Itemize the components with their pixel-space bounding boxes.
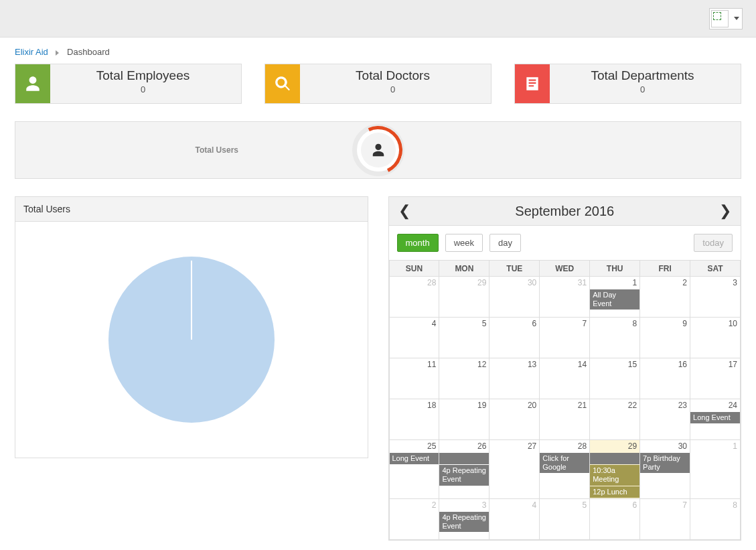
calendar-next[interactable]: ❯ (716, 202, 734, 220)
calendar-cell[interactable]: 24Long Event (690, 399, 741, 440)
calendar-title: September 2016 (515, 204, 614, 219)
calendar-cell[interactable]: 28 (389, 277, 439, 318)
calendar-cell[interactable]: 8 (690, 498, 741, 539)
pie-chart (108, 257, 275, 423)
calendar-cell[interactable]: 16 (640, 358, 690, 399)
chevron-down-icon (734, 17, 739, 20)
document-icon (515, 64, 550, 103)
user-icon (15, 64, 50, 103)
stat-title: Total Employees (50, 68, 236, 83)
calendar-day-number: 2 (640, 277, 690, 289)
stat-title: Total Doctors (300, 68, 485, 83)
calendar-cell[interactable]: 31 (540, 277, 590, 318)
calendar-cell[interactable]: 29 10:30a Meeting12p Lunch (590, 440, 640, 499)
calendar-cell[interactable]: 17 (690, 358, 741, 399)
calendar-cell[interactable]: 23 (640, 399, 690, 440)
calendar-view-month[interactable]: month (397, 234, 439, 252)
calendar-day-number: 5 (439, 318, 489, 330)
calendar-cell[interactable]: 7 (540, 318, 590, 358)
calendar-day-number: 26 (439, 440, 489, 452)
calendar-cell[interactable]: 19 (439, 399, 489, 440)
calendar-event[interactable]: 4p Repeating Event (439, 512, 489, 532)
calendar-cell[interactable]: 26 4p Repeating Event (439, 440, 489, 499)
calendar-event[interactable]: Long Event (390, 453, 439, 464)
calendar-cell[interactable]: 11 (389, 358, 439, 399)
calendar-day-header: TUE (489, 261, 540, 277)
calendar-day-number: 8 (690, 499, 740, 511)
topbar (0, 0, 756, 38)
calendar-view-day[interactable]: day (489, 234, 521, 252)
calendar-cell[interactable]: 14 (540, 358, 590, 399)
calendar-cell[interactable]: 6 (590, 498, 640, 539)
calendar-cell[interactable]: 30 (489, 277, 540, 318)
calendar-day-number: 18 (390, 399, 439, 411)
calendar-cell[interactable]: 18 (389, 399, 439, 440)
calendar-event[interactable]: All Day Event (590, 289, 639, 310)
calendar-cell[interactable]: 8 (590, 318, 640, 358)
calendar-cell[interactable]: 1All Day Event (590, 277, 640, 318)
stat-value: 0 (550, 84, 735, 94)
stat-departments[interactable]: Total Departments 0 (514, 64, 741, 104)
calendar-cell[interactable]: 28Click for Google (540, 440, 590, 499)
calendar-event[interactable]: 12p Lunch (590, 486, 639, 498)
calendar-event[interactable]: 4p Repeating Event (439, 465, 489, 485)
stat-doctors[interactable]: Total Doctors 0 (264, 64, 492, 104)
calendar-cell[interactable]: 3 (690, 277, 741, 318)
calendar-cell[interactable]: 1 (690, 440, 741, 499)
calendar-cell[interactable]: 2 (389, 498, 439, 539)
calendar-event[interactable] (439, 453, 489, 464)
calendar-day-number: 9 (640, 318, 690, 330)
broken-image-icon (713, 12, 721, 20)
calendar-cell[interactable]: 9 (640, 318, 690, 358)
calendar-day-number: 29 (439, 277, 489, 289)
calendar-day-number: 10 (690, 318, 740, 330)
calendar-day-number: 7 (540, 318, 589, 330)
calendar-cell[interactable]: 29 (439, 277, 489, 318)
calendar-cell[interactable]: 4 (489, 498, 540, 539)
calendar-event[interactable]: Click for Google (540, 453, 589, 473)
calendar-cell[interactable]: 20 (489, 399, 540, 440)
calendar-day-number: 29 (590, 440, 639, 452)
calendar-cell[interactable]: 2 (640, 277, 690, 318)
calendar-cell[interactable]: 4 (389, 318, 439, 358)
calendar-day-number: 13 (489, 358, 539, 370)
calendar-day-header: FRI (640, 261, 690, 277)
calendar-view-week[interactable]: week (445, 234, 483, 252)
calendar-cell[interactable]: 6 (489, 318, 540, 358)
avatar (711, 10, 729, 27)
calendar-event[interactable]: 7p Birthday Party (640, 453, 690, 473)
calendar-day-number: 16 (640, 358, 690, 370)
calendar-today[interactable]: today (694, 234, 733, 252)
calendar-cell[interactable]: 34p Repeating Event (439, 498, 489, 539)
calendar-day-number: 28 (390, 277, 439, 289)
calendar-cell[interactable]: 7 (640, 498, 690, 539)
calendar-day-number: 24 (690, 399, 740, 411)
calendar-event[interactable] (590, 453, 639, 464)
calendar-cell[interactable]: 22 (590, 399, 640, 440)
stat-employees[interactable]: Total Employees 0 (15, 64, 242, 104)
calendar-cell[interactable]: 15 (590, 358, 640, 399)
breadcrumb-home[interactable]: Elixir Aid (15, 47, 48, 57)
calendar-cell[interactable]: 13 (489, 358, 540, 399)
calendar-day-number: 31 (540, 277, 589, 289)
calendar-prev[interactable]: ❮ (396, 202, 413, 220)
calendar-cell[interactable]: 27 (489, 440, 540, 499)
calendar-cell[interactable]: 25Long Event (389, 440, 439, 499)
calendar-cell[interactable]: 5 (540, 498, 590, 539)
calendar-day-header: WED (540, 261, 590, 277)
calendar-cell[interactable]: 12 (439, 358, 489, 399)
calendar-cell[interactable]: 21 (540, 399, 590, 440)
breadcrumb-current: Dashboard (67, 47, 110, 57)
calendar-day-number: 1 (590, 277, 639, 289)
stat-title: Total Departments (550, 68, 735, 83)
calendar-day-number: 2 (390, 499, 439, 511)
calendar-day-header: SAT (690, 261, 741, 277)
total-users-band: Total Users (15, 121, 741, 179)
calendar-day-number: 14 (540, 358, 589, 370)
calendar-cell[interactable]: 5 (439, 318, 489, 358)
calendar-event[interactable]: 10:30a Meeting (590, 465, 639, 485)
user-menu[interactable] (709, 8, 743, 29)
calendar-cell[interactable]: 10 (690, 318, 741, 358)
calendar-cell[interactable]: 307p Birthday Party (640, 440, 690, 499)
calendar-event[interactable]: Long Event (690, 412, 740, 423)
